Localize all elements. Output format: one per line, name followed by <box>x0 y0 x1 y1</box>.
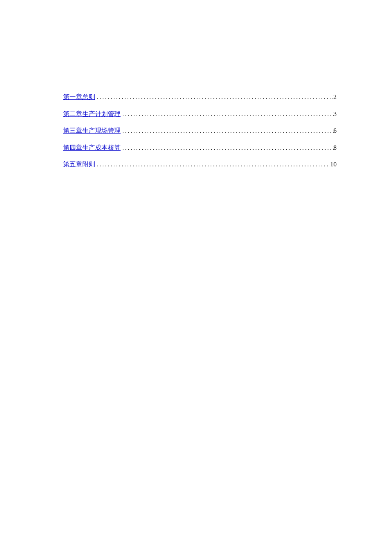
toc-leader-dots <box>121 144 334 152</box>
toc-page-number: 8 <box>334 144 337 152</box>
toc-link-chapter-3[interactable]: 第三章生产现场管理 <box>63 127 121 135</box>
toc-page-number: 10 <box>330 160 337 169</box>
toc-link-chapter-1[interactable]: 第一章总则 <box>63 93 95 102</box>
toc-page-number: 2 <box>334 93 337 102</box>
toc-page-number: 6 <box>334 127 337 135</box>
toc-entry: 第二章生产计划管理 3 <box>63 110 337 119</box>
table-of-contents: 第一章总则 2 第二章生产计划管理 3 第三章生产现场管理 6 第四章生产成本核… <box>63 93 337 169</box>
toc-page-number: 3 <box>334 110 337 119</box>
toc-link-chapter-2[interactable]: 第二章生产计划管理 <box>63 110 121 119</box>
toc-entry: 第五章附则 10 <box>63 160 337 169</box>
toc-leader-dots <box>95 161 330 169</box>
toc-entry: 第一章总则 2 <box>63 93 337 102</box>
toc-link-chapter-4[interactable]: 第四章生产成本核算 <box>63 144 121 152</box>
toc-leader-dots <box>95 93 334 101</box>
toc-entry: 第三章生产现场管理 6 <box>63 127 337 135</box>
toc-link-chapter-5[interactable]: 第五章附则 <box>63 160 95 169</box>
toc-leader-dots <box>121 110 334 118</box>
toc-entry: 第四章生产成本核算 8 <box>63 144 337 152</box>
toc-leader-dots <box>121 127 334 135</box>
